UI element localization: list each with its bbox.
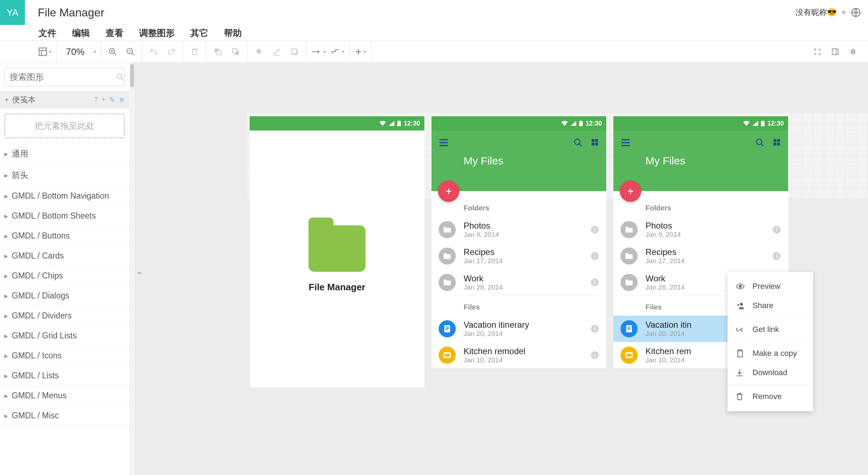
close-icon[interactable]: ✕: [119, 96, 125, 104]
to-back-button[interactable]: [229, 45, 242, 58]
category-item[interactable]: ▶通用: [0, 143, 129, 165]
search-icon[interactable]: [755, 138, 765, 147]
menu-view[interactable]: 查看: [106, 27, 123, 39]
svg-rect-45: [777, 139, 780, 142]
dropdown-caret-icon[interactable]: ▾: [842, 7, 846, 17]
ctx-make-copy[interactable]: Make a copy: [727, 344, 813, 363]
category-item[interactable]: ▶GMDL / Dialogs: [0, 286, 129, 306]
globe-icon[interactable]: [851, 7, 861, 17]
ctx-remove[interactable]: Remove: [727, 387, 813, 406]
menu-adjust[interactable]: 调整图形: [139, 27, 175, 39]
edit-icon[interactable]: ✎: [109, 96, 115, 104]
toolbar: ▾ 70% ▾ ▾ ▾ ▾: [0, 41, 868, 63]
signal-icon: [389, 121, 394, 126]
info-icon[interactable]: [591, 225, 599, 234]
info-icon[interactable]: [772, 225, 781, 234]
category-item[interactable]: ▶箭头: [0, 165, 129, 186]
collapse-icon[interactable]: ▼: [4, 97, 9, 103]
category-item[interactable]: ▶GMDL / Icons: [0, 346, 129, 366]
info-icon[interactable]: [772, 252, 781, 260]
category-item[interactable]: ▶GMDL / Cards: [0, 246, 129, 266]
fill-color-button[interactable]: [252, 45, 265, 58]
status-time: 12:30: [404, 120, 420, 127]
zoom-caret-icon[interactable]: ▾: [94, 49, 96, 54]
shadow-button[interactable]: [288, 45, 301, 58]
info-icon[interactable]: [591, 325, 599, 333]
add-icon[interactable]: +: [101, 96, 106, 104]
collapse-sidebar-button[interactable]: [847, 45, 859, 58]
signal-icon: [752, 121, 758, 126]
zoom-level[interactable]: 70%: [62, 46, 89, 57]
grid-view-icon[interactable]: [591, 138, 599, 147]
menu-help[interactable]: 帮助: [224, 27, 242, 39]
folder-item[interactable]: PhotosJan 9, 2014: [432, 216, 606, 243]
svg-point-35: [594, 327, 596, 328]
ctx-share[interactable]: Share: [727, 296, 813, 315]
fullscreen-button[interactable]: [811, 45, 824, 58]
eye-icon: [736, 284, 745, 289]
menu-icon[interactable]: [621, 139, 630, 147]
menu-other[interactable]: 其它: [190, 27, 208, 39]
context-menu: Preview Share Get link Make a copy Downl…: [727, 272, 813, 411]
scratchpad-dropzone[interactable]: 把元素拖至此处: [4, 113, 125, 138]
menu-edit[interactable]: 编辑: [72, 27, 90, 39]
diagram-canvas[interactable]: ◂▸ 12:30 File Manager 12:30: [136, 63, 868, 475]
category-item[interactable]: ▶GMDL / Chips: [0, 266, 129, 286]
ctx-download[interactable]: Download: [727, 363, 813, 382]
connection-dropdown[interactable]: ▾: [311, 49, 326, 55]
svg-rect-49: [776, 229, 777, 231]
user-avatar[interactable]: YA: [0, 0, 25, 25]
category-item[interactable]: ▶GMDL / Buttons: [0, 226, 129, 246]
category-item[interactable]: ▶GMDL / Dividers: [0, 306, 129, 326]
category-item[interactable]: ▶GMDL / Grid Lists: [0, 326, 129, 346]
search-icon[interactable]: [573, 138, 583, 147]
fab-add-button[interactable]: +: [620, 180, 641, 202]
category-item[interactable]: ▶GMDL / Menus: [0, 386, 129, 406]
svg-rect-44: [773, 139, 776, 142]
view-mode-dropdown[interactable]: ▾: [38, 47, 51, 57]
document-title[interactable]: File Manager: [38, 6, 104, 19]
delete-button[interactable]: [188, 45, 201, 58]
help-icon[interactable]: ?: [94, 96, 98, 104]
ctx-preview[interactable]: Preview: [727, 277, 813, 296]
folder-item[interactable]: PhotosJan 9, 2014: [613, 216, 788, 243]
status-bar: 12:30: [250, 116, 424, 131]
redo-button[interactable]: [165, 45, 178, 58]
nickname-label[interactable]: 没有昵称😎: [796, 7, 837, 18]
mockup-splash[interactable]: 12:30 File Manager: [250, 116, 424, 387]
category-item[interactable]: ▶GMDL / Bottom Sheets: [0, 206, 129, 226]
file-item[interactable]: Kitchen remodelJan 10, 2014: [432, 342, 606, 368]
category-item[interactable]: ▶GMDL / Misc: [0, 406, 129, 426]
zoom-in-button[interactable]: [106, 45, 119, 58]
format-panel-button[interactable]: [829, 45, 842, 58]
category-item[interactable]: ▶GMDL / Lists: [0, 366, 129, 386]
mockup-file-list[interactable]: 12:30 My Files + Folders PhotosJan 9, 20…: [432, 116, 606, 368]
mockup-context-menu[interactable]: 12:30 My Files + Folders PhotosJan 9, 20…: [613, 116, 788, 368]
undo-button[interactable]: [147, 45, 160, 58]
shape-search-input[interactable]: [4, 68, 125, 86]
zoom-out-button[interactable]: [124, 45, 137, 58]
ctx-get-link[interactable]: Get link: [727, 320, 813, 339]
category-item[interactable]: ▶GMDL / Bottom Navigation: [0, 186, 129, 206]
folder-item[interactable]: RecipesJan 17, 2014: [613, 243, 788, 269]
search-icon: [116, 73, 124, 81]
waypoint-dropdown[interactable]: ▾: [331, 48, 344, 55]
menu-icon[interactable]: [439, 139, 449, 147]
menu-file[interactable]: 文件: [39, 27, 56, 39]
svg-rect-30: [445, 327, 449, 327]
sidebar-collapse-handle[interactable]: ◂▸: [137, 270, 142, 280]
file-item[interactable]: Vacation itineraryJan 20, 2014: [432, 316, 606, 342]
grid-view-icon[interactable]: [772, 138, 781, 147]
item-name: Recipes: [464, 247, 583, 257]
folder-item[interactable]: RecipesJan 17, 2014: [432, 243, 606, 269]
line-color-button[interactable]: [270, 45, 283, 58]
shape-search-field[interactable]: [10, 72, 116, 82]
info-icon[interactable]: [591, 252, 599, 260]
folder-item[interactable]: WorkJan 28, 2014: [432, 269, 606, 296]
add-dropdown[interactable]: ▾: [354, 48, 366, 56]
fab-add-button[interactable]: +: [438, 180, 459, 202]
sidebar-scrollbar[interactable]: [129, 63, 136, 475]
info-icon[interactable]: [591, 278, 599, 287]
info-icon[interactable]: [591, 351, 599, 359]
to-front-button[interactable]: [211, 45, 224, 58]
